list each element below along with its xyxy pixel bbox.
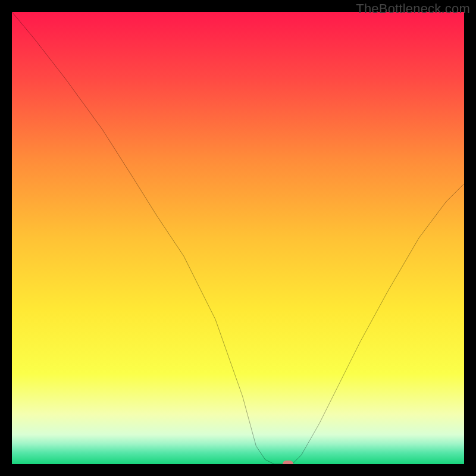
curve-path (12, 12, 464, 464)
optimum-marker (283, 461, 293, 464)
watermark-label: TheBottleneck.com (356, 1, 470, 17)
plot-area (12, 12, 464, 464)
bottleneck-curve (12, 12, 464, 464)
chart-container: TheBottleneck.com (0, 0, 476, 476)
